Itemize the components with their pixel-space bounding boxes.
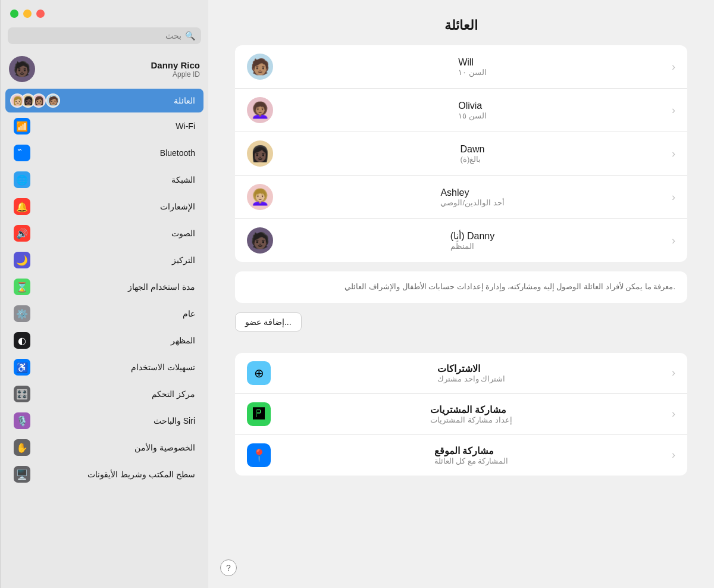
window-controls: [1, 0, 208, 24]
member-avatar: 🧑🏿: [247, 227, 273, 254]
member-row[interactable]: ‹ Ashley أحد الوالدين/الوصي 👩🏼‍🦱: [235, 176, 687, 219]
family-avatars: 🧑🏽 👩🏽 👩🏿 👩🏼: [14, 93, 60, 108]
search-bar: 🔍: [8, 27, 201, 44]
member-name: Dawn: [461, 144, 485, 155]
sidebar-label-desktop: سطح المكتب وشريط الأيقونات: [87, 470, 195, 479]
sidebar-label-sound: الصوت: [171, 229, 195, 238]
chevron-icon: ‹: [672, 148, 675, 160]
general-icon: ⚙️: [14, 305, 30, 322]
user-apple-id: Apple ID: [151, 70, 200, 79]
info-box: معرفة ما يمكن لأفراد العائلة الوصول إليه…: [235, 271, 687, 303]
sidebar: 🔍 Danny Rico Apple ID 🧑🏿 العائلة 🧑🏽 👩🏽 👩…: [0, 0, 208, 588]
sidebar-item-siri[interactable]: Siri والباحث 🎙️: [5, 408, 203, 434]
service-left: ‹: [672, 449, 675, 461]
sidebar-label-privacy: الخصوصية والأمن: [134, 443, 195, 452]
member-row[interactable]: ‹ Danny (أنا) المنظّم 🧑🏿: [235, 219, 687, 262]
sidebar-item-network[interactable]: الشبكة 🌐: [5, 167, 203, 193]
member-name: Will: [458, 57, 474, 68]
search-icon: 🔍: [185, 31, 195, 40]
sidebar-item-wifi[interactable]: Wi-Fi 📶: [5, 113, 203, 139]
sidebar-label-family: العائلة: [174, 96, 195, 105]
sidebar-item-general[interactable]: عام ⚙️: [5, 301, 203, 327]
member-row[interactable]: ‹ Dawn بالغ(ة) 👩🏿: [235, 132, 687, 176]
member-info: Dawn بالغ(ة): [461, 144, 485, 164]
member-info: Olivia السن ١٥: [458, 101, 487, 120]
member-left: ‹: [672, 191, 675, 204]
sidebar-label-notifications: الإشعارات: [160, 202, 195, 211]
add-member-button[interactable]: إضافة عضو...: [235, 312, 302, 331]
member-info: Will السن ١٠: [458, 57, 487, 77]
chevron-icon: ‹: [672, 408, 675, 420]
member-role: المنظّم: [450, 242, 474, 251]
sidebar-label-siri: Siri والباحث: [154, 416, 195, 426]
sidebar-item-sound[interactable]: الصوت 🔊: [5, 220, 203, 246]
member-avatar: 🧑🏽: [247, 54, 273, 80]
chevron-icon: ‹: [672, 367, 675, 379]
family-avatar-1: 🧑🏽: [46, 93, 60, 108]
sidebar-item-notifications[interactable]: الإشعارات 🔔: [5, 193, 203, 220]
location-icon: 📍: [247, 443, 271, 467]
sidebar-item-screentime[interactable]: مدة استخدام الجهاز ⌛: [5, 274, 203, 300]
sidebar-label-wifi: Wi-Fi: [176, 121, 195, 131]
service-info: مشاركة الموقع المشاركة مع كل العائلة: [434, 445, 509, 465]
sidebar-label-appearance: المظهر: [171, 336, 195, 345]
service-left: ‹: [672, 367, 675, 379]
page-title: العائلة: [223, 18, 700, 33]
member-role: السن ١٠: [458, 68, 487, 77]
sidebar-item-accessibility[interactable]: تسهيلات الاستخدام ♿: [5, 354, 203, 380]
sidebar-item-desktop[interactable]: سطح المكتب وشريط الأيقونات 🖥️: [5, 461, 203, 487]
controlcenter-icon: 🎛️: [14, 386, 30, 402]
red-button[interactable]: [36, 10, 45, 18]
service-desc: اشتراك واحد مشترك: [437, 374, 505, 383]
service-info: الاشتراكات اشتراك واحد مشترك: [437, 363, 505, 383]
sidebar-item-privacy[interactable]: الخصوصية والأمن ✋: [5, 434, 203, 461]
sidebar-label-controlcenter: مركز التحكم: [152, 389, 195, 399]
green-button[interactable]: [10, 10, 18, 18]
subscriptions-icon: ⊕: [247, 361, 271, 385]
sidebar-item-family[interactable]: العائلة 🧑🏽 👩🏽 👩🏿 👩🏼: [5, 89, 203, 112]
service-row-location[interactable]: ‹ مشاركة الموقع المشاركة مع كل العائلة 📍: [235, 435, 687, 476]
sidebar-item-focus[interactable]: التركيز 🌙: [5, 247, 203, 273]
privacy-icon: ✋: [14, 439, 30, 456]
siri-icon: 🎙️: [14, 412, 30, 429]
member-role: السن ١٥: [458, 111, 487, 120]
service-desc: المشاركة مع كل العائلة: [434, 456, 509, 465]
user-section[interactable]: Danny Rico Apple ID 🧑🏿: [1, 50, 208, 88]
service-name: مشاركة الموقع: [434, 445, 494, 456]
sound-icon: 🔊: [14, 225, 30, 242]
yellow-button[interactable]: [23, 10, 32, 18]
member-row[interactable]: ‹ Olivia السن ١٥ 👩🏽‍🦱: [235, 89, 687, 132]
sidebar-label-general: عام: [183, 309, 195, 318]
chevron-icon: ‹: [672, 449, 675, 461]
focus-icon: 🌙: [14, 252, 30, 268]
member-left: ‹: [672, 148, 675, 160]
sidebar-item-controlcenter[interactable]: مركز التحكم 🎛️: [5, 381, 203, 407]
member-left: ‹: [672, 104, 675, 117]
help-button[interactable]: ?: [220, 559, 237, 576]
chevron-icon: ‹: [672, 61, 675, 73]
add-btn-row: إضافة عضو...: [235, 312, 687, 343]
member-left: ‹: [672, 234, 675, 247]
search-input[interactable]: [14, 31, 181, 40]
member-avatar: 👩🏽‍🦱: [247, 97, 273, 123]
sidebar-label-screentime: مدة استخدام الجهاز: [128, 282, 195, 292]
service-name: مشاركة المشتريات: [430, 404, 506, 415]
appearance-icon: ◐: [14, 332, 30, 349]
member-role: بالغ(ة): [461, 155, 481, 164]
member-info: Ashley أحد الوالدين/الوصي: [440, 187, 504, 207]
members-card: ‹ Will السن ١٠ 🧑🏽 ‹ Olivia السن ١٥ 👩🏽‍🦱 …: [235, 45, 687, 262]
sidebar-label-focus: التركيز: [172, 255, 195, 265]
service-info: مشاركة المشتريات إعداد مشاركة المشتريات: [430, 404, 512, 424]
services-card: ‹ الاشتراكات اشتراك واحد مشترك ⊕ ‹ مشارك…: [235, 353, 687, 476]
member-row[interactable]: ‹ Will السن ١٠ 🧑🏽: [235, 45, 687, 89]
sidebar-item-appearance[interactable]: المظهر ◐: [5, 327, 203, 354]
notifications-icon: 🔔: [14, 198, 30, 215]
service-row-subscriptions[interactable]: ‹ الاشتراكات اشتراك واحد مشترك ⊕: [235, 353, 687, 394]
service-left: ‹: [672, 408, 675, 420]
chevron-icon: ‹: [672, 104, 675, 117]
member-avatar: 👩🏼‍🦱: [247, 184, 273, 210]
service-desc: إعداد مشاركة المشتريات: [430, 415, 512, 424]
member-name: Ashley: [440, 187, 469, 198]
service-row-purchases[interactable]: ‹ مشاركة المشتريات إعداد مشاركة المشتريا…: [235, 394, 687, 435]
sidebar-item-bluetooth[interactable]: Bluetooth ᷈: [5, 140, 203, 166]
